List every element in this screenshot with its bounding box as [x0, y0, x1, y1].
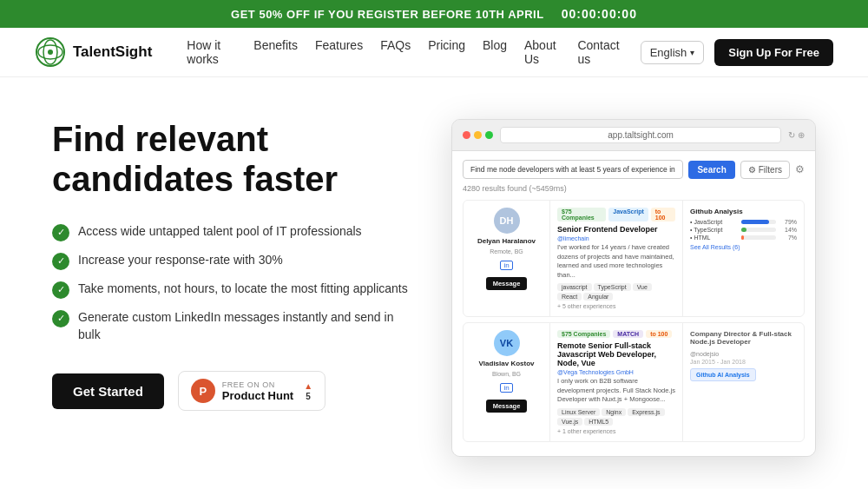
results-count: 4280 results found (~5459ms): [463, 184, 805, 193]
ph-name-text: Product Hunt: [222, 389, 293, 402]
nav-about-us[interactable]: About Us: [524, 38, 560, 66]
exp-count-2: + 1 other experiences: [557, 428, 675, 434]
promo-text: GET 50% OFF IF YOU REGISTER BEFORE 10TH …: [231, 8, 544, 21]
filter-icon: ⚙: [748, 165, 756, 175]
lang-bar-bg-html: [741, 235, 776, 240]
hero-title: Find relevant candidates faster: [52, 119, 417, 199]
feature-item-3: ✓ Take moments, not hours, to locate the…: [52, 281, 417, 299]
see-all-results[interactable]: See All Results (6): [690, 244, 797, 250]
url-bar: app.taltsight.com: [500, 127, 781, 143]
skill-4: React: [557, 293, 582, 301]
app-search-bar: Search ⚙ Filters ⚙: [463, 160, 805, 179]
candidate-1-title: Senior Frontend Developer: [557, 225, 675, 234]
filters-button[interactable]: ⚙ Filters: [740, 161, 790, 179]
feature-list: ✓ Access wide untapped talent pool of IT…: [52, 223, 417, 343]
skill-5: Angular: [583, 293, 613, 301]
candidate-card-1: DH Delyan Haralanov Remote, BG in Messag…: [463, 200, 805, 317]
skill-tags-1: javascript TypeScript Vue React Angular: [557, 283, 675, 301]
nav-blog[interactable]: Blog: [483, 38, 507, 66]
search-input[interactable]: [463, 160, 683, 179]
browser-content: Search ⚙ Filters ⚙ 4280 results found (~…: [452, 151, 815, 456]
candidate-card-2: VK Vladislav Kostov Blown, BG in Message…: [463, 322, 805, 442]
avatar-2: VK: [494, 330, 520, 356]
nav-features[interactable]: Features: [315, 38, 363, 66]
linkedin-icon-2[interactable]: in: [500, 383, 512, 393]
badge-row-2: $75 Companies MATCH to 100: [557, 330, 675, 338]
feature-text-3: Take moments, not hours, to locate the m…: [78, 281, 408, 298]
lang-pct-ts: 14%: [779, 227, 797, 233]
message-button-1[interactable]: Message: [486, 277, 528, 290]
hero-right: app.taltsight.com ↻ ⊕ Search ⚙ Filters ⚙…: [451, 119, 816, 457]
skill-3: Vue: [633, 283, 652, 291]
lang-bar-bg-ts: [741, 228, 776, 232]
company-link-1[interactable]: @limechain: [557, 235, 589, 241]
product-hunt-button[interactable]: P FREE ON ON Product Hunt ▲ 5: [178, 371, 326, 411]
lang-bar-bg-js: [741, 220, 776, 224]
github-lang-js: • JavaScript 79%: [690, 219, 797, 225]
linkedin-icon[interactable]: in: [500, 261, 512, 270]
nav-right: English ▾ Sign Up For Free: [641, 39, 833, 66]
skill-2-2: Nginx: [602, 408, 626, 416]
search-button[interactable]: Search: [688, 161, 734, 179]
browser-bar: app.taltsight.com ↻ ⊕: [452, 120, 815, 151]
browser-controls: ↻ ⊕: [788, 130, 805, 140]
brand-logo[interactable]: TalentSight: [35, 36, 152, 68]
candidate-1-bio: I've worked for 14 years / have created …: [557, 243, 675, 280]
feature-item-4: ✓ Generate custom LinkedIn messages inst…: [52, 309, 417, 343]
candidate-1-name: Delyan Haralanov: [477, 237, 536, 245]
feature-text-2: Increase your response-rate with 30%: [78, 252, 283, 269]
avatar-2-initials: VK: [500, 338, 513, 348]
language-selector[interactable]: English ▾: [641, 41, 705, 64]
skill-2-4: Vue.js: [557, 418, 582, 426]
badge-match-2: MATCH: [613, 330, 643, 338]
nav-contact[interactable]: Contact us: [577, 38, 619, 66]
card-1-left: DH Delyan Haralanov Remote, BG in Messag…: [464, 201, 550, 316]
skill-tags-2: Linux Server Nginx Express.js Vue.js HTM…: [557, 408, 675, 426]
message-button-2[interactable]: Message: [486, 400, 528, 413]
skill-2: TypeScript: [594, 283, 631, 291]
check-icon-3: ✓: [52, 281, 69, 299]
github-analysis-title: Github Analysis: [690, 208, 797, 215]
signup-button[interactable]: Sign Up For Free: [714, 39, 833, 66]
nav-how-it-works[interactable]: How it works: [187, 38, 236, 66]
filters-label: Filters: [759, 165, 782, 175]
get-started-button[interactable]: Get Started: [52, 373, 164, 409]
brand-name: TalentSight: [73, 43, 152, 61]
nav-faqs[interactable]: FAQs: [380, 38, 411, 66]
candidate-2-bio: I only work on B2B software development …: [557, 377, 675, 405]
nav-links: How it works Benefits Features FAQs Pric…: [187, 38, 619, 66]
feature-text-1: Access wide untapped talent pool of IT p…: [78, 223, 362, 241]
nav-pricing[interactable]: Pricing: [428, 38, 465, 66]
lang-bar-js: [741, 220, 769, 224]
countdown-timer: 00:00:00:00: [562, 7, 637, 21]
dot-red: [463, 131, 470, 139]
company-link-2[interactable]: @Vega Technologies GmbH: [557, 369, 634, 375]
ph-small-text: FREE ON ON: [222, 380, 275, 389]
feature-item-1: ✓ Access wide untapped talent pool of IT…: [52, 223, 417, 241]
candidate-1-company: @limechain: [557, 235, 675, 241]
check-icon-1: ✓: [52, 224, 69, 241]
browser-mockup: app.taltsight.com ↻ ⊕ Search ⚙ Filters ⚙…: [451, 119, 816, 457]
candidate-2-title: Remote Senior Full-stack Javascript Web …: [557, 341, 675, 367]
candidate-2-company: @Vega Technologies GmbH: [557, 369, 675, 375]
candidate-2-right-company: @nodejsio: [690, 351, 797, 357]
dot-green: [485, 131, 493, 139]
product-hunt-votes: ▲ 5: [304, 381, 312, 401]
settings-icon[interactable]: ⚙: [795, 163, 805, 175]
skill-2-5: HTML5: [584, 418, 613, 426]
lang-name-html: • HTML: [690, 235, 738, 241]
main-nav: TalentSight How it works Benefits Featur…: [0, 28, 868, 77]
candidate-2-date: Jan 2015 - Jan 2018: [690, 359, 797, 365]
badge-row-1: $75 Companies JavaScript to 100: [557, 208, 675, 221]
lang-pct-js: 79%: [779, 219, 797, 225]
lang-label: English: [650, 46, 687, 59]
exp-count-1: + 5 other experiences: [557, 303, 675, 309]
logo-icon: [35, 36, 66, 68]
github-lang-html: • HTML 7%: [690, 235, 797, 241]
check-icon-2: ✓: [52, 253, 69, 270]
nav-benefits[interactable]: Benefits: [253, 38, 298, 66]
lang-bar-html: [741, 235, 744, 240]
lang-name-ts: • TypeScript: [690, 227, 738, 233]
github-ai-button[interactable]: Github Al Analysis: [690, 368, 756, 381]
badge-companies-2: $75 Companies: [557, 330, 610, 338]
